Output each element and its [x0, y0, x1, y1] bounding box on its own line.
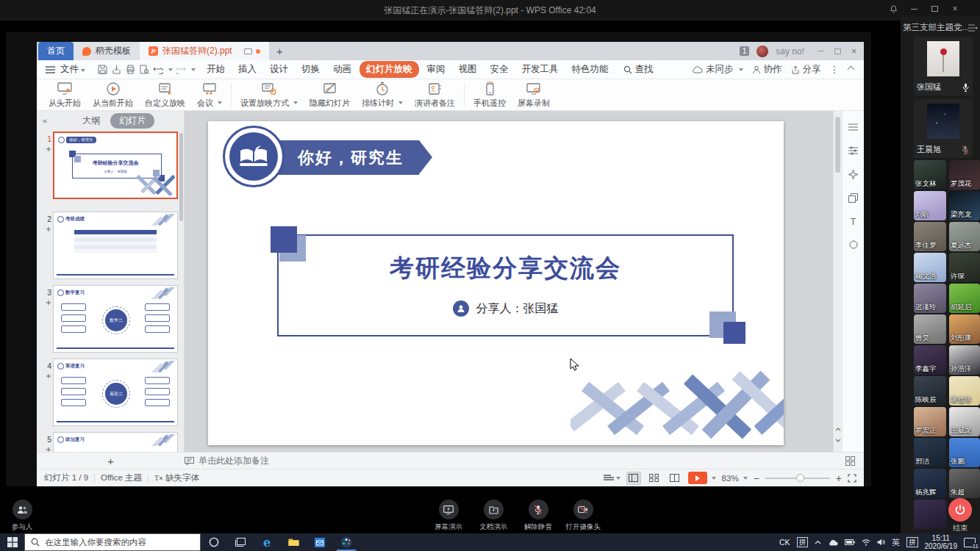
- edge-icon[interactable]: e: [254, 533, 280, 551]
- menu-item[interactable]: 切换: [295, 62, 326, 76]
- wps-minimize-button[interactable]: [818, 51, 824, 51]
- sync-status[interactable]: 未同步: [692, 63, 743, 76]
- ribbon-from-beginning[interactable]: 从头开始: [43, 79, 87, 110]
- menu-item[interactable]: 安全: [484, 62, 515, 76]
- undo-icon[interactable]: [152, 64, 164, 76]
- zoom-slider-knob[interactable]: [796, 474, 804, 482]
- output-icon[interactable]: [110, 64, 122, 76]
- participant-tile[interactable]: 刘昕: [914, 191, 946, 220]
- more-commands-icon[interactable]: [191, 68, 196, 71]
- print-icon[interactable]: [124, 64, 136, 76]
- new-tab-button[interactable]: +: [269, 42, 290, 60]
- menu-item[interactable]: 开发工具: [515, 62, 565, 76]
- zoom-in-button[interactable]: +: [836, 472, 842, 484]
- participant-featured[interactable]: 王晨旭: [914, 99, 973, 158]
- layout-grid-icon[interactable]: [845, 456, 855, 466]
- tray-lang-en[interactable]: 英: [892, 537, 900, 548]
- slide-title[interactable]: 考研经验分享交流会: [277, 252, 734, 285]
- zoom-level[interactable]: 83%: [722, 474, 748, 483]
- participant-tile[interactable]: 邢洁: [914, 438, 946, 467]
- slide[interactable]: 你好，研究生: [208, 121, 784, 445]
- battery-icon[interactable]: [845, 539, 855, 545]
- end-meeting-button[interactable]: [948, 498, 972, 522]
- play-options-caret[interactable]: [712, 477, 716, 480]
- menu-item[interactable]: 动画: [326, 62, 358, 76]
- menu-item[interactable]: 开始: [200, 62, 232, 76]
- ribbon-phone-remote[interactable]: 手机遥控: [468, 79, 512, 110]
- participant-tile[interactable]: 刘彤康: [949, 314, 980, 344]
- user-avatar[interactable]: [757, 46, 768, 57]
- participant-tile[interactable]: 曾昊: [914, 314, 946, 344]
- print-preview-icon[interactable]: [138, 64, 150, 76]
- zoom-out-button[interactable]: −: [754, 472, 759, 484]
- menu-item[interactable]: 视图: [452, 62, 484, 76]
- missing-font-warning[interactable]: T 缺失字体: [154, 472, 199, 483]
- participant-tile[interactable]: 王威龙: [949, 407, 980, 436]
- tab-document[interactable]: P 张国猛答辩(2).ppt: [140, 42, 269, 60]
- collaborate-button[interactable]: 协作: [752, 63, 782, 76]
- tab-template-store[interactable]: 稻壳模板: [74, 42, 140, 60]
- new-slide-button[interactable]: +: [37, 455, 185, 467]
- normal-view-button[interactable]: [626, 472, 641, 485]
- unmute-button[interactable]: 解除静音: [522, 500, 554, 532]
- slide-thumbnail-2[interactable]: 2 考研成绩: [41, 212, 181, 284]
- meeting-app-icon[interactable]: [333, 533, 360, 551]
- slide-thumbnail-5[interactable]: 5 政治复习: [41, 432, 181, 452]
- participant-tile[interactable]: 夏远杰: [949, 222, 980, 251]
- ribbon-from-current[interactable]: 从当前开始: [87, 79, 139, 110]
- participant-tile[interactable]: 李佳梦: [914, 222, 946, 251]
- speaker-icon[interactable]: [877, 539, 885, 546]
- participant-tile[interactable]: 陈映辰: [914, 376, 946, 406]
- participant-tile[interactable]: 张鹏: [949, 438, 980, 467]
- presenter-line[interactable]: 分享人：张国猛: [277, 300, 734, 317]
- ribbon-custom-show[interactable]: 自定义放映: [139, 79, 191, 110]
- scrollbar-thumb[interactable]: [835, 117, 840, 173]
- participant-tile[interactable]: 张文林: [914, 160, 946, 190]
- collapse-panel-icon[interactable]: «: [43, 116, 47, 125]
- slide-thumbnail-4[interactable]: 4 英语复习 英语二: [41, 359, 181, 431]
- ribbon-rehearse-timing[interactable]: 排练计时: [356, 79, 409, 110]
- fit-slide-button[interactable]: [848, 474, 856, 483]
- undo-caret-icon[interactable]: [168, 68, 173, 71]
- participant-tile[interactable]: 梁亮龙: [949, 191, 980, 220]
- search-command[interactable]: 查找: [617, 61, 660, 78]
- bell-icon[interactable]: [889, 4, 898, 13]
- menu-file[interactable]: 文件: [57, 61, 92, 78]
- minimize-button[interactable]: [909, 4, 918, 13]
- tray-expand-icon[interactable]: [815, 540, 821, 544]
- participant-tile[interactable]: 迟谨玲: [914, 284, 946, 313]
- tray-ime-grid[interactable]: 拼: [906, 537, 918, 547]
- wps-restore-button[interactable]: [834, 48, 841, 54]
- ribbon-meeting[interactable]: 会议: [191, 79, 228, 110]
- participant-tile[interactable]: 鞠文浩: [914, 253, 946, 282]
- start-button[interactable]: [0, 533, 24, 551]
- wifi-icon[interactable]: [862, 539, 870, 546]
- selection-pane-icon[interactable]: [848, 192, 859, 204]
- editor-canvas[interactable]: 你好，研究生: [185, 111, 833, 452]
- tab-home[interactable]: 首页: [38, 42, 74, 60]
- ribbon-setup-show[interactable]: 设置放映方式: [235, 79, 304, 110]
- participant-tile[interactable]: 李鑫宇: [914, 345, 946, 375]
- participant-tile[interactable]: 胡延启: [949, 284, 980, 313]
- participant-tile[interactable]: 许琛: [949, 253, 980, 282]
- participant-tile[interactable]: 杨兆辉: [914, 469, 946, 498]
- menu-item[interactable]: 特色功能: [565, 62, 615, 76]
- tray-clock[interactable]: 15:11 2020/6/19: [925, 534, 958, 550]
- participant-tile[interactable]: 朱超: [949, 469, 980, 498]
- redo-icon[interactable]: [175, 64, 187, 76]
- menu-item[interactable]: 插入: [232, 62, 263, 76]
- slide-thumbnail-3[interactable]: 3 数学复习 数学二: [41, 285, 181, 357]
- slideshow-play-button[interactable]: [688, 472, 707, 484]
- ribbon-screen-record[interactable]: 屏幕录制: [512, 79, 556, 110]
- theme-name[interactable]: Office 主题: [101, 472, 142, 483]
- menu-item-slideshow[interactable]: 幻灯片放映: [360, 61, 419, 78]
- ribbon-hide-slide[interactable]: 隐藏幻灯片: [304, 79, 356, 110]
- notes-toggle-icon[interactable]: [604, 475, 620, 482]
- animation-star-icon[interactable]: [848, 168, 859, 180]
- properties-icon[interactable]: [848, 121, 859, 133]
- next-slide-icon[interactable]: [835, 437, 841, 443]
- tray-ime-ck[interactable]: CK: [779, 538, 790, 547]
- ribbon-speaker-notes[interactable]: 演讲者备注: [409, 79, 461, 110]
- task-view-button[interactable]: [227, 533, 254, 551]
- tray-ime-pinyin[interactable]: 拼: [797, 537, 809, 547]
